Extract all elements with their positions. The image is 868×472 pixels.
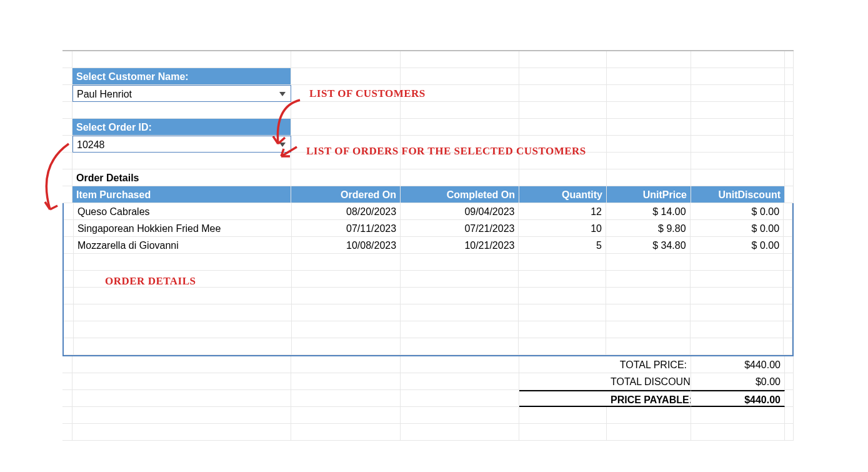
th-unitprice: UnitPrice — [607, 186, 691, 203]
cell-unitprice[interactable]: $ 14.00 — [606, 203, 691, 220]
cell-unitprice[interactable]: $ 34.80 — [606, 237, 691, 254]
cell-unitdiscount[interactable]: $ 0.00 — [691, 220, 784, 237]
cell-ordered-on[interactable]: 08/20/2023 — [292, 203, 401, 220]
cell-quantity[interactable]: 12 — [519, 203, 606, 220]
table-row: Queso Cabrales 08/20/2023 09/04/2023 12 … — [64, 203, 792, 220]
customer-name-dropdown[interactable]: Paul Henriot — [72, 85, 291, 102]
chevron-down-icon[interactable] — [279, 92, 286, 96]
order-details-title: Order Details — [72, 169, 291, 186]
annotation-details: ORDER DETAILS — [105, 275, 196, 288]
total-discount-value: $0.00 — [691, 373, 785, 390]
th-completed-on: Completed On — [401, 186, 519, 203]
cell-ordered-on[interactable]: 07/11/2023 — [292, 220, 401, 237]
annotation-orders: LIST OF ORDERS FOR THE SELECTED CUSTOMER… — [306, 145, 586, 158]
total-price-value: $440.00 — [691, 356, 785, 373]
table-row: Mozzarella di Giovanni 10/08/2023 10/21/… — [64, 237, 792, 254]
cell-item[interactable]: Mozzarella di Giovanni — [74, 237, 292, 254]
spreadsheet-grid: Select Customer Name: Paul Henriot Selec… — [62, 50, 794, 441]
price-payable-value: $440.00 — [691, 390, 785, 407]
cell-quantity[interactable]: 5 — [519, 237, 606, 254]
cell-quantity[interactable]: 10 — [519, 220, 606, 237]
th-ordered-on: Ordered On — [291, 186, 401, 203]
cell-item[interactable]: Queso Cabrales — [74, 203, 292, 220]
th-quantity: Quantity — [519, 186, 607, 203]
cell-item[interactable]: Singaporean Hokkien Fried Mee — [74, 220, 292, 237]
table-header-row: Item Purchased Ordered On Completed On Q… — [62, 186, 794, 203]
cell-ordered-on[interactable]: 10/08/2023 — [292, 237, 401, 254]
price-payable-label: PRICE PAYABLE: — [607, 390, 691, 407]
th-item: Item Purchased — [72, 186, 291, 203]
cell-unitdiscount[interactable]: $ 0.00 — [691, 203, 784, 220]
select-order-label: Select Order ID: — [72, 119, 291, 136]
annotation-customers: LIST OF CUSTOMERS — [309, 88, 426, 100]
th-unitdiscount: UnitDiscount — [691, 186, 785, 203]
cell-completed-on[interactable]: 07/21/2023 — [401, 220, 519, 237]
order-id-value: 10248 — [77, 139, 105, 150]
select-customer-label: Select Customer Name: — [72, 68, 291, 85]
customer-name-value: Paul Henriot — [77, 89, 132, 99]
chevron-down-icon[interactable] — [279, 143, 286, 147]
cell-completed-on[interactable]: 09/04/2023 — [401, 203, 519, 220]
cell-completed-on[interactable]: 10/21/2023 — [401, 237, 519, 254]
cell-unitdiscount[interactable]: $ 0.00 — [691, 237, 784, 254]
table-row: Singaporean Hokkien Fried Mee 07/11/2023… — [64, 220, 792, 237]
order-id-dropdown[interactable]: 10248 — [72, 136, 291, 153]
total-discount-label: TOTAL DISCOUNT: — [607, 373, 691, 390]
cell-unitprice[interactable]: $ 9.80 — [606, 220, 691, 237]
total-price-label: TOTAL PRICE: — [607, 356, 691, 373]
